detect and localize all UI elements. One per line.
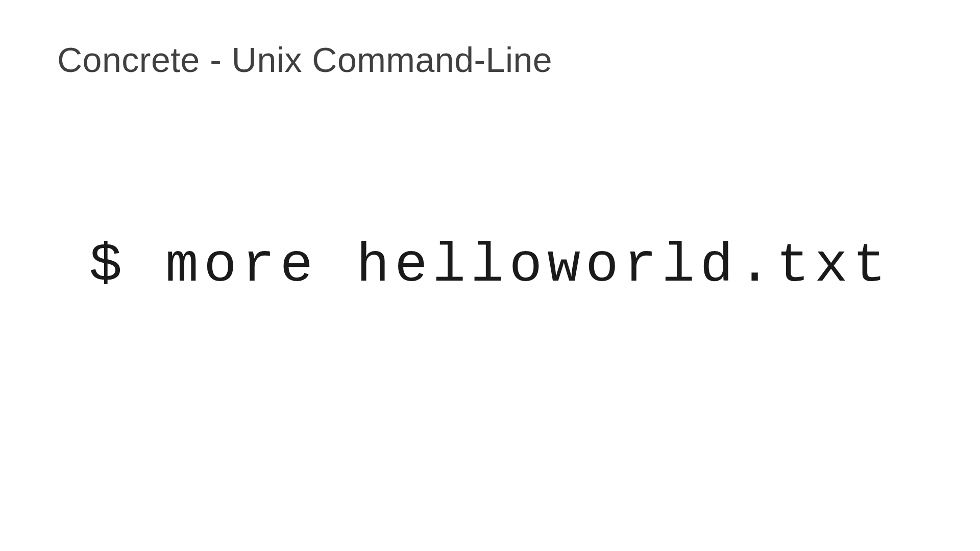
command-text: $ more helloworld.txt: [0, 235, 980, 297]
slide-title: Concrete - Unix Command-Line: [57, 40, 552, 80]
